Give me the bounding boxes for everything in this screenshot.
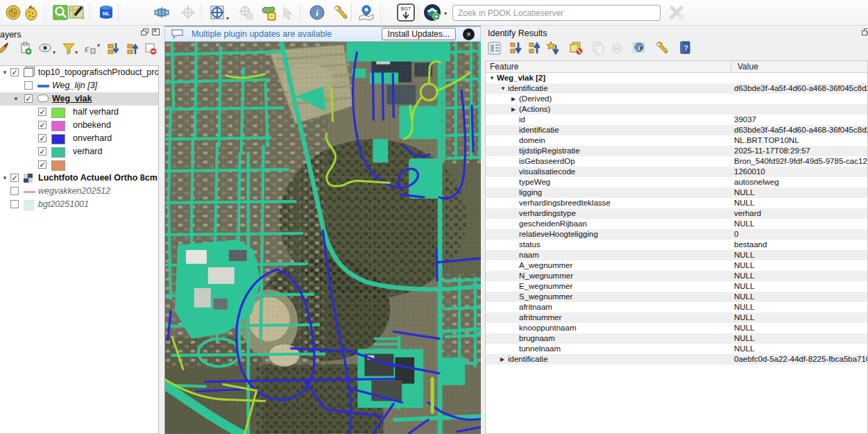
identify-settings-icon[interactable] bbox=[654, 40, 670, 56]
identify-result-row[interactable]: ▶(Actions) bbox=[486, 104, 867, 115]
identify-result-row[interactable]: afritnaamNULL bbox=[486, 302, 867, 312]
layer-visibility-checkbox[interactable]: ✓ bbox=[38, 108, 46, 116]
identify-result-row[interactable]: relatieveHoogteligging0 bbox=[486, 229, 867, 240]
close-panel-button[interactable]: × bbox=[152, 28, 160, 37]
identify-result-row[interactable]: tunnelnaamNULL bbox=[486, 344, 867, 354]
expand-arrow-icon[interactable]: ▼ bbox=[2, 175, 8, 181]
georef-disabled-icon[interactable] bbox=[237, 3, 255, 22]
layer-tree-item[interactable]: ▼✓Luchtfoto Actueel Ortho 8cm R bbox=[0, 172, 158, 185]
expand-arrow-icon[interactable]: ▶ bbox=[511, 96, 516, 102]
info-icon[interactable]: i bbox=[308, 3, 326, 22]
collapse-tree-icon[interactable] bbox=[527, 40, 543, 56]
float-panel-button[interactable] bbox=[862, 28, 868, 37]
dropdown-caret[interactable]: ▾ bbox=[444, 10, 447, 17]
value-column-header[interactable]: Value bbox=[738, 62, 758, 72]
expand-arrow-icon[interactable]: ▼ bbox=[2, 69, 8, 76]
layer-visibility-checkbox[interactable]: ✓ bbox=[38, 147, 46, 156]
layer-visibility-checkbox[interactable]: ✓ bbox=[38, 121, 46, 129]
layer-tree-item[interactable]: ✓onverhard bbox=[0, 132, 158, 145]
street-smart-icon[interactable] bbox=[153, 3, 171, 22]
pdok-pineapple-icon[interactable] bbox=[22, 3, 40, 22]
expand-tree-icon[interactable] bbox=[509, 40, 524, 56]
expand-arrow-icon[interactable]: ▼ bbox=[489, 75, 495, 81]
layer-tree-item[interactable]: wegvakken202512 bbox=[0, 185, 158, 198]
map-themes-icon[interactable]: ▾ bbox=[39, 41, 54, 56]
pointer-disabled-icon[interactable] bbox=[279, 3, 297, 22]
osm-map-edit-icon[interactable] bbox=[68, 3, 86, 22]
expand-new-results-icon[interactable] bbox=[545, 40, 561, 56]
layer-visibility-checkbox[interactable]: ✓ bbox=[10, 174, 19, 182]
pdok-locatieserver-icon[interactable] bbox=[423, 3, 441, 22]
identify-result-row[interactable]: A_wegnummerNULL bbox=[486, 260, 867, 271]
search-input[interactable] bbox=[452, 5, 661, 21]
layer-tree-item[interactable]: bgt20251001 bbox=[0, 198, 158, 211]
identify-result-row[interactable]: visualisatiecode1260010 bbox=[486, 167, 867, 177]
layer-tree-item[interactable]: ▼✓top10_topografischProduct_proe bbox=[0, 66, 158, 79]
layer-tree-item[interactable]: ✓onbekend bbox=[0, 119, 158, 132]
identify-result-row[interactable]: ▶(Derived) bbox=[486, 94, 867, 104]
layer-visibility-checkbox[interactable] bbox=[10, 200, 19, 208]
expand-arrow-icon[interactable]: ▶ bbox=[511, 106, 516, 112]
identify-result-row[interactable]: identificatied63bde3f-4a5f-4d60-a468-36f… bbox=[486, 125, 867, 135]
identify-mode-icon[interactable]: i ▾ bbox=[633, 40, 648, 56]
expand-arrow-icon[interactable]: ▶ bbox=[500, 356, 504, 362]
settings-wrench-icon[interactable] bbox=[332, 3, 350, 22]
filter-legend-icon[interactable]: ▾ bbox=[61, 41, 76, 56]
collapse-all-icon[interactable] bbox=[125, 41, 140, 56]
add-group-icon[interactable] bbox=[18, 41, 33, 56]
identify-result-row[interactable]: N_wegnummerNULL bbox=[486, 271, 867, 281]
styling-brush-icon[interactable] bbox=[0, 41, 10, 56]
layer-visibility-checkbox[interactable]: ✓ bbox=[24, 94, 33, 103]
feature-column-header[interactable]: Feature bbox=[490, 62, 518, 72]
message-close-icon[interactable]: × bbox=[463, 28, 475, 40]
identify-result-row[interactable]: statusbestaand bbox=[486, 240, 867, 250]
georeferencer-icon[interactable]: ▾ bbox=[208, 3, 226, 22]
expand-all-icon[interactable] bbox=[105, 41, 121, 56]
identify-result-row[interactable]: tijdstipRegistratie2025-11-17T08:29:57 bbox=[486, 146, 867, 156]
identify-result-row[interactable]: isGebaseerdOpBron_540fd92f-9fdf-49d5-978… bbox=[486, 156, 867, 167]
identify-result-row[interactable]: E_wegnummerNULL bbox=[486, 281, 867, 292]
identify-result-row[interactable]: naamNULL bbox=[486, 250, 867, 260]
identify-result-row[interactable]: brugnaamNULL bbox=[486, 333, 867, 344]
column-divider[interactable] bbox=[731, 61, 731, 72]
identify-result-row[interactable]: knooppuntnaamNULL bbox=[486, 323, 867, 333]
help-icon[interactable]: ? bbox=[678, 40, 693, 56]
layer-visibility-checkbox[interactable]: ✓ bbox=[38, 134, 46, 142]
copy-feature-icon[interactable] bbox=[590, 41, 606, 56]
float-panel-button[interactable] bbox=[141, 28, 150, 37]
identify-result-row[interactable]: typeWegautosnelweg bbox=[486, 177, 867, 187]
layer-visibility-checkbox[interactable] bbox=[10, 187, 19, 195]
layer-visibility-checkbox[interactable] bbox=[24, 81, 33, 90]
pdok-services-icon[interactable] bbox=[4, 3, 22, 22]
identify-result-row[interactable]: afritnummerNULL bbox=[486, 312, 867, 323]
identify-result-row[interactable]: verhardingstypeverhard bbox=[486, 208, 867, 219]
identify-result-row[interactable]: gescheidenRijbaanNULL bbox=[486, 219, 867, 229]
location-pin-icon[interactable] bbox=[357, 3, 375, 22]
expression-filter-icon[interactable]: ε ▾ bbox=[82, 41, 97, 56]
layer-tree-item[interactable]: ✓ bbox=[0, 158, 158, 172]
identify-result-row[interactable]: verhardingsbreedteklasseNULL bbox=[486, 198, 867, 208]
form-view-icon[interactable] bbox=[486, 41, 502, 56]
zoom-search-icon[interactable] bbox=[51, 3, 69, 22]
save-results-icon[interactable] bbox=[609, 41, 624, 56]
layer-tree-item[interactable]: ▼✓Weg_vlak bbox=[0, 92, 158, 106]
identify-result-row[interactable]: domeinNL.BRT.TOP10NL bbox=[486, 135, 867, 146]
layer-visibility-checkbox[interactable]: ✓ bbox=[38, 160, 46, 169]
nl-data-icon[interactable]: NL bbox=[97, 3, 115, 22]
bgt-download-icon[interactable]: BGT bbox=[397, 3, 415, 22]
identify-result-row[interactable]: ▼Weg_vlak [2] bbox=[486, 73, 867, 83]
layer-visibility-checkbox[interactable]: ✓ bbox=[10, 68, 19, 76]
remove-layer-icon[interactable] bbox=[143, 41, 158, 56]
identify-result-row[interactable]: liggingNULL bbox=[486, 187, 867, 198]
polygon-tools-icon[interactable] bbox=[259, 3, 278, 22]
layer-tree-item[interactable]: ✓verhard bbox=[0, 145, 158, 158]
layer-tree-item[interactable]: Weg_lijn [3] bbox=[0, 79, 158, 92]
identify-result-row[interactable]: id39037 bbox=[486, 115, 867, 125]
clear-search-icon[interactable] bbox=[667, 3, 686, 22]
expand-arrow-icon[interactable]: ▼ bbox=[13, 96, 19, 102]
expand-arrow-icon[interactable]: ▼ bbox=[500, 85, 506, 92]
center-disabled-icon[interactable] bbox=[179, 3, 197, 22]
layer-tree-item[interactable]: ✓half verhard bbox=[0, 106, 158, 119]
clear-results-icon[interactable] bbox=[568, 40, 584, 56]
identify-result-row[interactable]: S_wegnummerNULL bbox=[486, 292, 867, 302]
